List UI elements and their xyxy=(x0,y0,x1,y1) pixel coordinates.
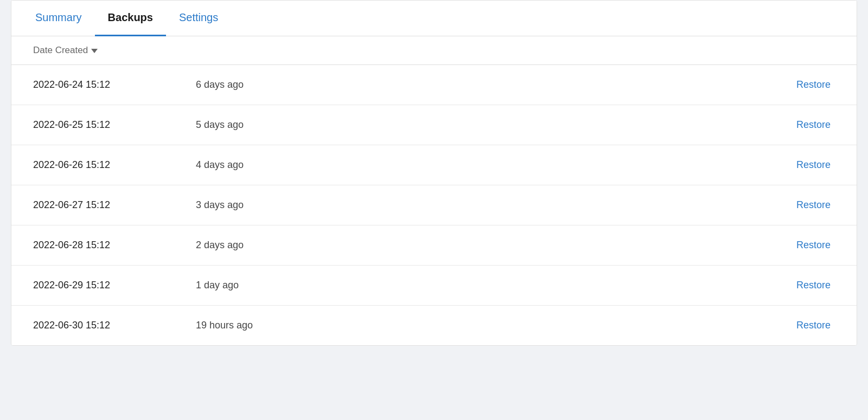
backup-relative-time: 6 days ago xyxy=(196,79,792,91)
backups-table: Date Created 2022-06-24 15:12 6 days ago… xyxy=(11,36,857,345)
restore-button[interactable]: Restore xyxy=(792,157,835,173)
restore-button[interactable]: Restore xyxy=(792,77,835,93)
backup-relative-time: 19 hours ago xyxy=(196,320,792,331)
table-row: 2022-06-28 15:12 2 days ago Restore xyxy=(11,225,857,266)
backup-relative-time: 5 days ago xyxy=(196,119,792,131)
table-row: 2022-06-30 15:12 19 hours ago Restore xyxy=(11,306,857,345)
main-container: Summary Backups Settings Date Created 20… xyxy=(11,0,857,346)
restore-button[interactable]: Restore xyxy=(792,237,835,253)
backup-date: 2022-06-30 15:12 xyxy=(33,320,196,331)
restore-button[interactable]: Restore xyxy=(792,117,835,133)
backup-date: 2022-06-26 15:12 xyxy=(33,159,196,171)
tab-bar: Summary Backups Settings xyxy=(11,1,857,36)
tab-backups[interactable]: Backups xyxy=(95,1,166,36)
table-row: 2022-06-27 15:12 3 days ago Restore xyxy=(11,185,857,225)
backup-relative-time: 4 days ago xyxy=(196,159,792,171)
backup-date: 2022-06-29 15:12 xyxy=(33,280,196,291)
backup-date: 2022-06-25 15:12 xyxy=(33,119,196,131)
backup-relative-time: 3 days ago xyxy=(196,199,792,211)
restore-button[interactable]: Restore xyxy=(792,318,835,333)
table-row: 2022-06-26 15:12 4 days ago Restore xyxy=(11,145,857,185)
restore-button[interactable]: Restore xyxy=(792,277,835,293)
restore-button[interactable]: Restore xyxy=(792,197,835,213)
tab-settings[interactable]: Settings xyxy=(166,1,231,36)
backup-relative-time: 1 day ago xyxy=(196,280,792,291)
backup-relative-time: 2 days ago xyxy=(196,240,792,251)
table-header[interactable]: Date Created xyxy=(11,36,857,65)
date-created-label: Date Created xyxy=(33,45,88,56)
table-row: 2022-06-24 15:12 6 days ago Restore xyxy=(11,65,857,105)
date-created-column-header[interactable]: Date Created xyxy=(33,45,196,56)
table-row: 2022-06-29 15:12 1 day ago Restore xyxy=(11,266,857,306)
tab-summary[interactable]: Summary xyxy=(22,1,95,36)
table-row: 2022-06-25 15:12 5 days ago Restore xyxy=(11,105,857,145)
sort-chevron-down-icon xyxy=(91,49,98,53)
backup-date: 2022-06-28 15:12 xyxy=(33,240,196,251)
backup-date: 2022-06-24 15:12 xyxy=(33,79,196,91)
backup-date: 2022-06-27 15:12 xyxy=(33,199,196,211)
